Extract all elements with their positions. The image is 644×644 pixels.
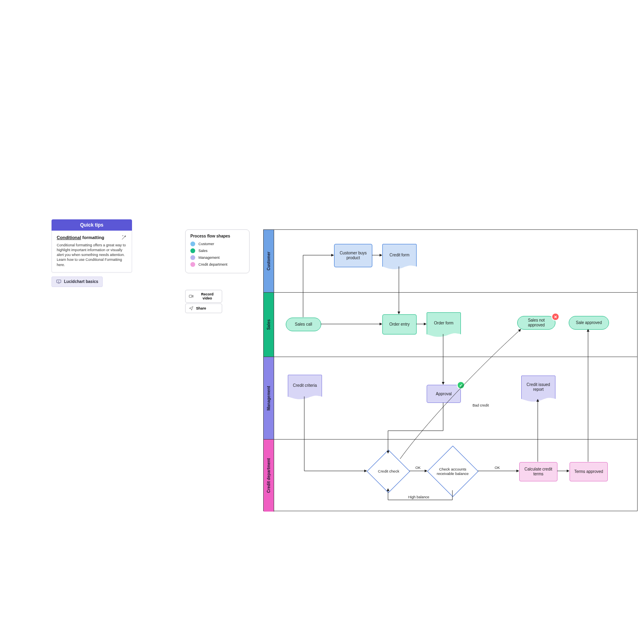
badge-approval-icon: ✓ [458,382,464,388]
video-icon [189,294,194,299]
share-button[interactable]: Share [185,303,222,313]
lucidchart-basics-button[interactable]: Lucidchart basics [52,277,103,287]
node-credit-check[interactable]: Credit check [366,453,411,489]
node-sales-call[interactable]: Sales call [286,318,321,331]
node-check-ar-balance[interactable]: Check accounts receivable balance [427,451,479,491]
quick-tips-header: Quick tips [52,219,132,231]
legend-dot [190,255,195,260]
lane-header-customer[interactable]: Customer [264,230,274,292]
record-video-button[interactable]: Record video [185,290,222,303]
lane-header-sales[interactable]: Sales [264,293,274,357]
legend-dot [190,248,195,253]
quick-tips-panel: Quick tips Conditional formatting Condit… [52,219,132,287]
legend-item-sales: Sales [190,248,244,253]
legend-dot [190,242,195,246]
swimlane-pool[interactable]: Customer Sales Management Credit departm… [263,229,638,511]
lane-customer[interactable]: Customer [264,230,637,292]
tips-title: Conditional formatting [57,235,104,240]
legend-item-customer: Customer [190,242,244,246]
legend-title: Process flow shapes [190,234,244,238]
node-terms-approved[interactable]: Terms approved [570,462,608,481]
paper-plane-icon [189,306,194,311]
badge-not-approved-icon: ✕ [552,314,559,320]
node-calculate-credit-terms[interactable]: Calculate credit terms [519,462,557,481]
node-sales-not-approved[interactable]: Sales not approved [517,316,555,330]
tips-body: Conditional formatting offers a great wa… [57,243,127,267]
svg-rect-1 [189,295,192,297]
lane-header-credit[interactable]: Credit department [264,440,274,512]
canvas: Quick tips Conditional formatting Condit… [0,0,644,644]
lane-header-management[interactable]: Management [264,357,274,439]
legend-dot [190,262,195,267]
node-order-entry[interactable]: Order entry [382,314,417,334]
legend-item-management: Management [190,255,244,260]
presentation-icon [56,279,62,285]
node-customer-buys-product[interactable]: Customer buys product [334,244,372,267]
node-sale-approved[interactable]: Sale approved [569,316,609,330]
legend-item-credit: Credit department [190,262,244,267]
node-approval[interactable]: Approval [427,385,461,403]
legend-panel: Process flow shapes Customer Sales Manag… [185,229,250,273]
magic-wand-icon [121,235,127,240]
quick-tips-card: Conditional formatting Conditional forma… [52,231,132,272]
